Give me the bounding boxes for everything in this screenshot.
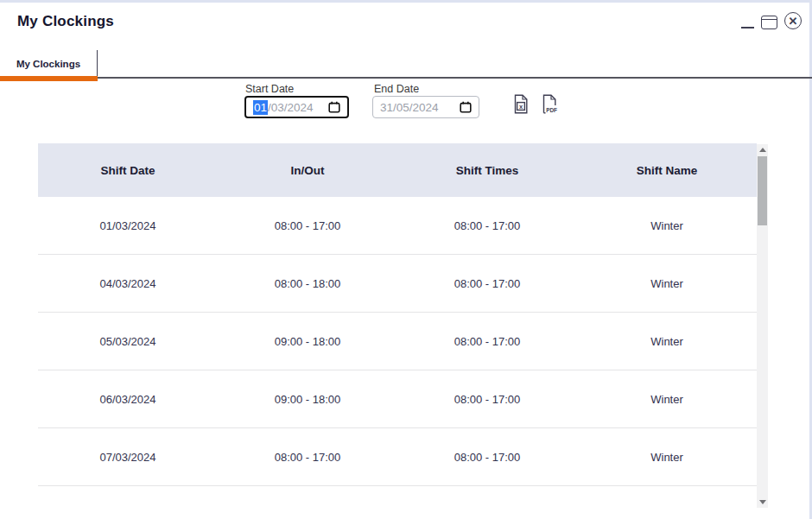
table-cell: 05/03/2024 xyxy=(38,335,218,348)
table-cell: 08:00 - 17:00 xyxy=(397,277,577,290)
calendar-icon[interactable] xyxy=(460,101,472,113)
scroll-down-button[interactable] xyxy=(757,497,768,508)
table-row[interactable]: 06/03/202409:00 - 18:0008:00 - 17:00Wint… xyxy=(38,370,757,428)
tab-label: My Clockings xyxy=(16,59,80,69)
table-cell: 08:00 - 18:00 xyxy=(218,277,397,290)
table-cell: 08:00 - 17:00 xyxy=(397,335,577,348)
table-header: Shift Date In/Out Shift Times Shift Name xyxy=(38,143,757,197)
column-header-in-out[interactable]: In/Out xyxy=(218,164,397,177)
table-cell: 09:00 - 18:00 xyxy=(218,393,397,406)
maximize-icon xyxy=(762,19,777,20)
table-cell: Winter xyxy=(577,451,757,464)
table-cell: 06/03/2024 xyxy=(38,393,218,406)
scrollbar-thumb[interactable] xyxy=(758,156,767,225)
column-header-shift-times[interactable]: Shift Times xyxy=(397,164,577,177)
export-pdf-button[interactable]: PDF xyxy=(542,94,561,117)
table-cell: 08:00 - 17:00 xyxy=(397,451,577,464)
column-header-shift-date[interactable]: Shift Date xyxy=(38,164,218,177)
tab-bar-divider xyxy=(0,77,812,79)
calendar-icon[interactable] xyxy=(328,101,340,113)
tab-bar: My Clockings xyxy=(0,50,812,83)
maximize-button[interactable] xyxy=(761,16,777,29)
table-cell: 08:00 - 17:00 xyxy=(397,219,577,232)
table-row[interactable]: 07/03/202408:00 - 17:0008:00 - 17:00Wint… xyxy=(38,428,757,486)
table-cell: Winter xyxy=(577,277,757,290)
table-cell: 07/03/2024 xyxy=(38,451,218,464)
table-cell: 04/03/2024 xyxy=(38,277,218,290)
svg-text:x: x xyxy=(519,103,523,111)
minimize-button[interactable] xyxy=(741,8,754,28)
close-icon: ✕ xyxy=(789,16,798,27)
table-cell: Winter xyxy=(577,335,757,348)
excel-file-icon: x xyxy=(513,94,529,114)
scroll-up-button[interactable] xyxy=(757,144,768,155)
vertical-scrollbar[interactable] xyxy=(757,144,768,508)
window-controls: ✕ xyxy=(741,8,802,29)
arrow-down-icon xyxy=(759,500,766,504)
active-tab-underline xyxy=(0,76,98,81)
start-date-selected-segment: 01 xyxy=(253,100,268,115)
my-clockings-window: My Clockings ✕ My Clockings Start Date 0… xyxy=(0,0,812,519)
table-cell: 08:00 - 17:00 xyxy=(218,219,397,232)
table-row[interactable]: 01/03/202408:00 - 17:0008:00 - 17:00Wint… xyxy=(38,197,757,255)
start-date-remainder: /03/2024 xyxy=(268,101,314,114)
page-title: My Clockings xyxy=(17,13,114,30)
pdf-file-icon: PDF xyxy=(542,94,561,114)
table-cell: 08:00 - 17:00 xyxy=(397,393,577,406)
column-header-shift-name[interactable]: Shift Name xyxy=(577,164,757,177)
table-cell: Winter xyxy=(577,219,757,232)
table-cell: 01/03/2024 xyxy=(38,219,218,232)
table-cell: 08:00 - 17:00 xyxy=(218,451,397,464)
start-date-label: Start Date xyxy=(245,83,294,95)
arrow-up-icon xyxy=(759,148,766,152)
export-excel-button[interactable]: x xyxy=(513,94,529,117)
end-date-value: 31/05/2024 xyxy=(380,101,439,114)
table-row[interactable]: 05/03/202409:00 - 18:0008:00 - 17:00Wint… xyxy=(38,313,757,370)
table-cell: Winter xyxy=(577,393,757,406)
end-date-input[interactable]: 31/05/2024 xyxy=(372,96,479,118)
close-button[interactable]: ✕ xyxy=(784,12,802,29)
start-date-input[interactable]: 01/03/2024 xyxy=(244,96,349,118)
table-cell: 09:00 - 18:00 xyxy=(218,335,397,348)
tab-my-clockings[interactable]: My Clockings xyxy=(0,50,98,78)
end-date-label: End Date xyxy=(374,83,419,95)
minimize-icon xyxy=(741,27,754,28)
svg-text:PDF: PDF xyxy=(546,107,557,113)
table-body: 01/03/202408:00 - 17:0008:00 - 17:00Wint… xyxy=(38,197,757,486)
table-row[interactable]: 04/03/202408:00 - 18:0008:00 - 17:00Wint… xyxy=(38,255,757,313)
